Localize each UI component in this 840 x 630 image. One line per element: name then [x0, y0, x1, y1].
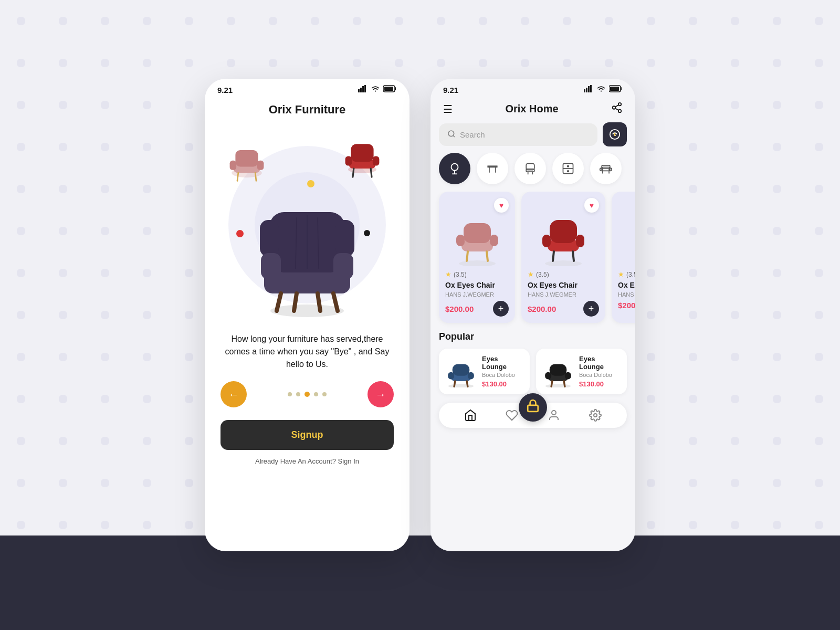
popular-card-2[interactable]: Eyes Lounge Boca Dolobo $130.00 — [536, 349, 627, 394]
popular-name-2: Eyes Lounge — [579, 355, 621, 371]
search-row: Search — [430, 122, 635, 153]
status-bar-1: 9.21 — [205, 79, 410, 98]
share-icon[interactable] — [611, 102, 623, 116]
category-cabinet[interactable] — [552, 153, 584, 184]
svg-rect-1 — [360, 88, 362, 92]
svg-line-92 — [467, 381, 468, 386]
nav-controls: ← → — [220, 381, 394, 407]
svg-rect-78 — [576, 235, 584, 247]
dot-black — [364, 230, 370, 236]
product-img-3 — [618, 198, 635, 266]
svg-rect-76 — [550, 220, 577, 243]
signin-link[interactable]: Already Have An Account? Sign In — [255, 457, 359, 465]
product-rating-3: ★ (3.5) — [618, 270, 635, 278]
signal-icon-2 — [584, 85, 593, 94]
popular-info-2: Eyes Lounge Boca Dolobo $130.00 — [579, 355, 621, 388]
category-chair[interactable] — [514, 153, 546, 184]
phone1-content: Orix Furniture — [205, 98, 410, 551]
svg-point-59 — [568, 165, 569, 167]
svg-rect-5 — [384, 87, 393, 91]
popular-price-1: $130.00 — [482, 380, 523, 388]
svg-rect-39 — [610, 87, 619, 91]
svg-rect-10 — [257, 161, 264, 170]
svg-rect-8 — [235, 150, 258, 167]
next-button[interactable]: → — [368, 381, 394, 407]
rating-text-3: (3.5) — [626, 271, 635, 278]
svg-rect-88 — [453, 364, 470, 375]
add-btn-1[interactable]: + — [493, 301, 509, 317]
svg-rect-100 — [528, 405, 538, 412]
svg-point-67 — [459, 260, 496, 266]
search-placeholder: Search — [460, 130, 485, 139]
star-icon-1: ★ — [445, 270, 452, 278]
svg-rect-96 — [545, 372, 551, 380]
phone1-title: Orix Furniture — [269, 103, 346, 117]
heart-btn-2[interactable]: ♥ — [584, 198, 599, 213]
product-card-3: ★ (3.5) Ox Eyes Chair HANS J.WEGMER $200… — [612, 192, 635, 323]
heart-btn-1[interactable]: ♥ — [494, 198, 509, 213]
svg-rect-97 — [565, 372, 571, 380]
battery-icon-1 — [383, 85, 397, 94]
product-brand-3: HANS J.WEGMER — [618, 291, 635, 298]
svg-rect-95 — [550, 364, 567, 375]
status-time-1: 9.21 — [217, 86, 233, 94]
dot-5 — [322, 392, 327, 396]
svg-line-18 — [353, 169, 354, 177]
category-row — [430, 153, 635, 192]
category-sofa[interactable] — [590, 153, 622, 184]
svg-rect-26 — [333, 253, 353, 279]
product-rating-1: ★ (3.5) — [445, 270, 509, 278]
filter-button[interactable] — [603, 122, 627, 146]
svg-rect-36 — [588, 86, 590, 92]
status-icons-2 — [584, 85, 623, 94]
search-bar[interactable]: Search — [439, 123, 597, 146]
svg-point-74 — [545, 260, 582, 266]
nav-home[interactable] — [464, 409, 477, 422]
svg-rect-2 — [362, 86, 364, 92]
svg-point-60 — [568, 171, 569, 172]
product-footer-2: $200.00 + — [528, 301, 599, 317]
status-bar-2: 9.21 — [430, 79, 635, 98]
category-lamp[interactable] — [439, 153, 470, 184]
signup-button[interactable]: Signup — [220, 420, 394, 450]
product-price-3: $200.00 — [618, 301, 635, 310]
signal-icon-1 — [358, 85, 368, 94]
product-brand-1: HANS J.WEGMER — [445, 291, 509, 298]
phone-onboarding: 9.21 Orix Furniture — [205, 79, 410, 551]
lock-icon — [526, 399, 540, 416]
products-scroll: ♥ ★ (3.5) Ox Eyes Chair — [430, 192, 635, 331]
furniture-showcase — [218, 125, 396, 324]
svg-point-102 — [594, 414, 597, 417]
dot-2 — [296, 392, 300, 396]
popular-card-1[interactable]: Eyes Lounge Boca Dolobo $130.00 — [439, 349, 530, 394]
svg-line-80 — [573, 251, 574, 261]
svg-line-43 — [615, 108, 618, 110]
popular-img-2 — [542, 356, 574, 387]
nav-favorites[interactable] — [506, 409, 518, 422]
status-time-2: 9.21 — [443, 86, 458, 94]
svg-point-46 — [451, 164, 458, 171]
tagline: How long your furniture has served,there… — [220, 333, 394, 371]
product-name-3: Ox Eyes Chair — [618, 280, 635, 290]
add-btn-2[interactable]: + — [583, 301, 599, 317]
svg-rect-25 — [261, 253, 281, 279]
nav-profile[interactable] — [548, 409, 560, 422]
svg-line-91 — [454, 381, 455, 386]
svg-rect-16 — [345, 156, 352, 166]
phone-home: 9.21 ☰ Orix Home — [430, 79, 635, 551]
product-price-2: $200.00 — [528, 304, 556, 313]
dot-red — [236, 230, 244, 237]
small-chair-pink — [223, 141, 270, 190]
nav-center-lock[interactable] — [519, 393, 547, 422]
popular-name-1: Eyes Lounge — [482, 355, 523, 371]
prev-button[interactable]: ← — [220, 381, 247, 407]
svg-line-72 — [467, 251, 468, 261]
category-table[interactable] — [477, 153, 508, 184]
star-icon-3: ★ — [618, 270, 624, 278]
menu-icon[interactable]: ☰ — [443, 103, 453, 116]
svg-rect-23 — [260, 220, 279, 257]
svg-line-12 — [255, 173, 256, 181]
svg-line-19 — [371, 169, 372, 177]
main-chair — [249, 191, 365, 319]
nav-settings[interactable] — [589, 409, 602, 422]
